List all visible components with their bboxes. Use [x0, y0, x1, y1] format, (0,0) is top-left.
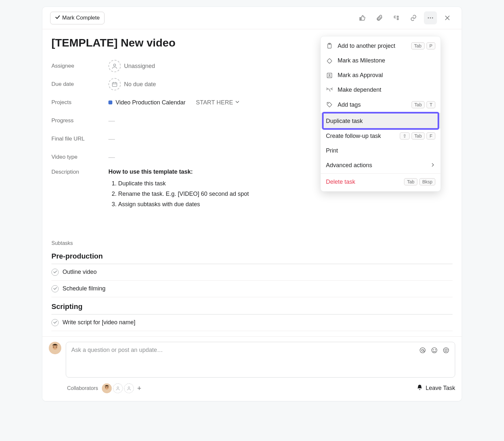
bell-icon: [416, 384, 423, 392]
shortcut: Tab Bksp: [404, 178, 435, 185]
subtask-section-title[interactable]: Pre-production: [51, 249, 453, 264]
collaborator-avatar[interactable]: [102, 383, 112, 393]
menu-label: Mark as Milestone: [338, 57, 435, 64]
calendar-icon: [108, 78, 121, 90]
subtask-label: Write script for [video name]: [63, 319, 135, 326]
subtask-label: Schedule filming: [63, 285, 105, 292]
subtask-button[interactable]: [390, 11, 403, 24]
mention-icon[interactable]: [419, 347, 426, 355]
user-icon: [108, 60, 121, 72]
attachment-button[interactable]: [373, 11, 386, 24]
menu-label: Mark as Approval: [338, 72, 435, 79]
progress-label: Progress: [51, 117, 108, 124]
duedate-label: Due date: [51, 81, 108, 87]
description-item: Duplicate this task: [118, 179, 249, 189]
menu-label: Duplicate task: [326, 118, 435, 125]
project-color-dot: [108, 100, 112, 104]
shortcut: ⇧ Tab F: [400, 132, 435, 140]
subtask-item[interactable]: Schedule filming: [51, 281, 453, 297]
menu-add-tags[interactable]: Add tags Tab T: [321, 97, 441, 112]
collaborators-left: Collaborators +: [67, 383, 141, 393]
menu-mark-milestone[interactable]: Mark as Milestone: [321, 53, 441, 68]
description-heading: How to use this template task:: [108, 168, 193, 175]
comment-input[interactable]: Ask a question or post an update…: [66, 342, 455, 378]
subtask-check-icon[interactable]: [51, 319, 59, 326]
menu-label: Add tags: [338, 101, 407, 108]
add-collaborator-button[interactable]: +: [137, 384, 141, 393]
subtask-check-icon[interactable]: [51, 269, 59, 276]
approval-icon: [326, 72, 333, 79]
copy-link-button[interactable]: [407, 11, 420, 24]
menu-label: Advanced actions: [326, 162, 431, 169]
menu-advanced-actions[interactable]: Advanced actions: [321, 158, 441, 173]
videotype-label: Video type: [51, 154, 108, 160]
menu-mark-approval[interactable]: Mark as Approval: [321, 68, 441, 83]
subtask-section-title[interactable]: Scripting: [51, 300, 453, 314]
description-item: Assign subtasks with due dates: [118, 199, 249, 210]
collaborator-avatars: +: [102, 383, 141, 393]
subtasks-header: Subtasks: [51, 240, 453, 246]
menu-add-to-project[interactable]: Add to another project Tab P: [321, 38, 441, 53]
chevron-right-icon: [431, 162, 435, 169]
url-label: Final file URL: [51, 136, 108, 142]
menu-label: Add to another project: [338, 43, 407, 49]
comment-toolbar: [419, 347, 450, 355]
menu-duplicate-task[interactable]: Duplicate task: [321, 113, 441, 128]
progress-value[interactable]: —: [108, 117, 115, 125]
subtasks-area: Subtasks Pre-production Outline video Sc…: [51, 240, 453, 331]
section-label: START HERE: [196, 99, 233, 106]
subtask-check-icon[interactable]: [51, 285, 59, 292]
check-icon: [55, 15, 60, 21]
menu-delete-task[interactable]: Delete task Tab Bksp: [321, 173, 441, 189]
projects-label: Projects: [51, 99, 108, 106]
subtask-item[interactable]: Write script for [video name]: [51, 314, 453, 331]
like-button[interactable]: [356, 11, 369, 24]
topbar: Mark Complete: [42, 7, 462, 29]
emoji-icon[interactable]: [431, 347, 438, 355]
tag-icon: [326, 101, 333, 108]
shortcut: Tab P: [411, 42, 435, 49]
chevron-down-icon: [235, 99, 240, 106]
leave-task-button[interactable]: Leave Task: [416, 384, 455, 392]
menu-make-dependent[interactable]: Make dependent: [321, 83, 441, 97]
videotype-value[interactable]: —: [108, 154, 115, 161]
clipboard-icon: [326, 43, 333, 49]
menu-print[interactable]: Print: [321, 143, 441, 158]
shortcut: Tab T: [412, 101, 435, 108]
subtask-item[interactable]: Outline video: [51, 264, 453, 281]
add-collaborator-icon[interactable]: [124, 383, 134, 393]
collaborators-row: Collaborators + Leave Task: [49, 383, 455, 393]
avatar: [49, 342, 61, 354]
diamond-icon: [326, 58, 333, 64]
mark-complete-button[interactable]: Mark Complete: [50, 12, 105, 24]
collaborators-label: Collaborators: [67, 385, 98, 391]
more-actions-menu: Add to another project Tab P Mark as Mil…: [320, 36, 441, 192]
description-body[interactable]: How to use this template task: Duplicate…: [108, 167, 249, 210]
leave-task-label: Leave Task: [426, 385, 455, 392]
assignee-label: Assignee: [51, 63, 108, 69]
section-picker[interactable]: START HERE: [196, 99, 240, 106]
project-name[interactable]: Video Production Calendar: [116, 99, 186, 106]
projects-value: Video Production Calendar START HERE: [108, 99, 240, 106]
assignee-text: Unassigned: [124, 63, 155, 70]
menu-label: Create follow-up task: [326, 133, 400, 140]
url-value[interactable]: —: [108, 135, 115, 143]
description-item: Rename the task. E.g. [VIDEO] 60 second …: [118, 189, 249, 199]
assignee-value[interactable]: Unassigned: [108, 60, 155, 72]
menu-label: Print: [326, 147, 435, 154]
appreciation-icon[interactable]: [442, 347, 450, 355]
subtask-label: Outline video: [63, 269, 97, 275]
add-collaborator-icon[interactable]: [113, 383, 123, 393]
menu-create-followup[interactable]: Create follow-up task ⇧ Tab F: [321, 128, 441, 143]
comment-footer: Ask a question or post an update… Collab…: [42, 336, 462, 401]
more-actions-button[interactable]: [424, 11, 437, 24]
duedate-value[interactable]: No due date: [108, 78, 156, 90]
description-label: Description: [51, 167, 108, 175]
close-button[interactable]: [441, 11, 454, 24]
description-list: Duplicate this task Rename the task. E.g…: [118, 179, 249, 210]
comment-row: Ask a question or post an update…: [49, 342, 455, 378]
menu-label: Delete task: [326, 179, 404, 185]
task-pane: Mark Complete [TEMPLATE] New video Assig…: [42, 7, 462, 401]
dependent-icon: [326, 87, 333, 93]
mark-complete-label: Mark Complete: [62, 15, 100, 21]
